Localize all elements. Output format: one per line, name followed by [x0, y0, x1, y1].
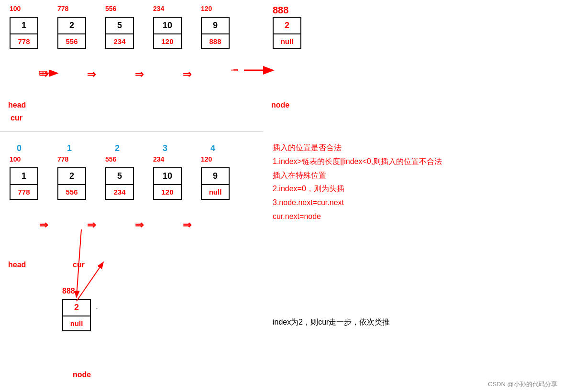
node-label-top: node	[271, 101, 289, 109]
node-box-1-bot: 1 778	[10, 167, 38, 200]
addr-100-bot: 100	[10, 155, 21, 163]
arrow-bot-4: ⇒	[183, 219, 191, 231]
node-box-2-top: 2 556	[57, 17, 86, 49]
node-box-9-bot: 9 null	[201, 167, 230, 200]
info-line-5: 3.node.next=cur.next	[273, 196, 442, 210]
idx-3: 3	[163, 143, 167, 153]
node-box-10-bot: 10 120	[153, 167, 182, 200]
info-line-3: 插入在特殊位置	[273, 169, 442, 183]
val-1-top: 1	[11, 18, 37, 34]
idx-1: 1	[67, 143, 72, 153]
node-box-5-top: 5 234	[105, 17, 134, 49]
ptr-1-top: 778	[11, 34, 37, 48]
arrow-top-2: ⇒	[87, 68, 96, 81]
svg-line-7	[77, 229, 81, 296]
node-box-2-bot: 2 556	[57, 167, 86, 200]
idx-4: 4	[210, 143, 215, 153]
diagram-container: 100 778 556 234 120 888 1 778 2 556 5 23…	[0, 0, 574, 392]
ptr-2-bot: 556	[58, 185, 85, 199]
val-10-top: 10	[154, 18, 181, 34]
val-5-bot: 5	[106, 168, 133, 185]
ptr-9-bot: null	[202, 185, 229, 199]
idx-2: 2	[115, 143, 120, 153]
addr-234-bot: 234	[153, 155, 164, 163]
ptr-888-top: null	[274, 34, 300, 48]
val-1-bot: 1	[11, 168, 37, 185]
info-line-1: 插入的位置是否合法	[273, 141, 442, 155]
ptr-888-bot: null	[63, 316, 90, 330]
node-box-1-top: 1 778	[10, 17, 38, 49]
arrow-bot-3: ⇒	[135, 219, 144, 231]
ptr-9-top: 888	[202, 34, 229, 48]
ptr-5-bot: 234	[106, 185, 133, 199]
svg-text:⇒: ⇒	[233, 66, 239, 74]
csdn-watermark: CSDN @小孙的代码分享	[488, 380, 557, 389]
cur-label-top: cur	[11, 114, 22, 122]
arrow-top-1: ⇒	[39, 68, 48, 81]
addr-100-top: 100	[10, 5, 21, 12]
info-panel: 插入的位置是否合法 1.index>链表的长度||index<0,则插入的位置不…	[273, 141, 442, 224]
addr-556-bot: 556	[105, 155, 116, 163]
val-2-top: 2	[58, 18, 85, 34]
idx-0: 0	[17, 143, 22, 153]
addr-888-top: 888	[273, 5, 288, 16]
addr-556-top: 556	[105, 5, 116, 12]
node-box-5-bot: 5 234	[105, 167, 134, 200]
node-box-9-top: 9 888	[201, 17, 230, 49]
arrow-top-3: ⇒	[135, 68, 144, 81]
arrow-cur-next	[62, 225, 100, 304]
node-label-bot: node	[73, 370, 91, 379]
arrow-bot-1: ⇒	[39, 219, 48, 231]
ptr-2-top: 556	[58, 34, 85, 48]
addr-120-top: 120	[201, 5, 212, 12]
head-label-bot: head	[8, 261, 26, 269]
info-note: index为2，则cur走一步，依次类推	[273, 316, 390, 329]
val-2-bot: 2	[58, 168, 85, 185]
addr-778-bot: 778	[57, 155, 68, 163]
val-5-top: 5	[106, 18, 133, 34]
info-line-2: 1.index>链表的长度||index<0,则插入的位置不合法	[273, 155, 442, 169]
node-box-888-top: 2 null	[273, 17, 301, 49]
val-10-bot: 10	[154, 168, 181, 185]
addr-120-bot: 120	[201, 155, 212, 163]
ptr-10-top: 120	[154, 34, 181, 48]
val-888-top: 2	[274, 18, 300, 34]
info-line-6: cur.next=node	[273, 210, 442, 224]
arrow-top-4: ⇒	[183, 68, 191, 81]
val-9-bot: 9	[202, 168, 229, 185]
head-label-top: head	[8, 101, 26, 109]
ptr-1-bot: 778	[11, 185, 37, 199]
ptr-5-top: 234	[106, 34, 133, 48]
addr-234-top: 234	[153, 5, 164, 12]
val-9-top: 9	[202, 18, 229, 34]
arrow-top-5-888: ⇒	[231, 65, 275, 76]
dot-marker: ·	[96, 304, 98, 314]
ptr-10-bot: 120	[154, 185, 181, 199]
addr-778-top: 778	[57, 5, 68, 12]
divider	[0, 131, 263, 132]
info-line-4: 2.index=0，则为头插	[273, 182, 442, 196]
node-box-10-top: 10 120	[153, 17, 182, 49]
